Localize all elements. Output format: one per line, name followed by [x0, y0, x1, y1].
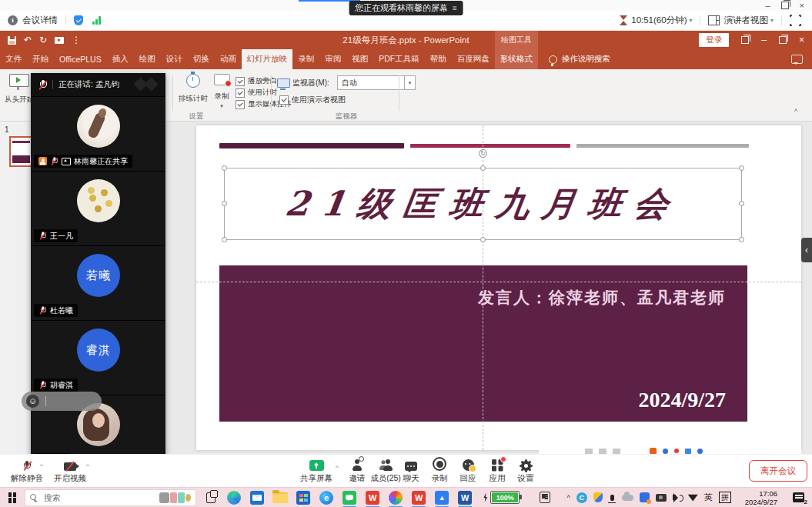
selected-title-textbox[interactable]: 21级匡班九月班会	[224, 168, 742, 240]
info-icon[interactable]: i	[8, 15, 18, 25]
leave-meeting-button[interactable]: 离开会议	[749, 460, 807, 482]
file-explorer-icon[interactable]	[272, 489, 289, 506]
restore-icon[interactable]	[781, 2, 789, 9]
tab-help[interactable]: 帮助	[425, 49, 452, 69]
banner-menu-icon[interactable]: ≡	[453, 4, 457, 12]
ppt-minimize-icon[interactable]: –	[761, 35, 767, 45]
save-icon[interactable]	[8, 36, 16, 45]
doc-tray-icon[interactable]	[640, 492, 650, 502]
status-red-icon[interactable]	[674, 449, 679, 453]
selection-handle[interactable]	[222, 201, 227, 206]
view-mode-label[interactable]: 演讲者视图	[723, 15, 768, 26]
slide-thumbnail[interactable]	[9, 136, 33, 167]
status-blue-icon[interactable]	[697, 449, 703, 454]
participant-tile[interactable]: 林雨馨正在共享	[31, 96, 165, 171]
comments-icon[interactable]	[791, 55, 803, 64]
minimize-icon[interactable]: –	[765, 1, 770, 10]
start-button[interactable]	[8, 492, 16, 503]
widgets-icon[interactable]	[540, 492, 550, 503]
mail-icon[interactable]	[249, 489, 266, 506]
selection-handle[interactable]	[222, 165, 227, 171]
microsoft-store-icon[interactable]	[295, 489, 312, 506]
qq-tray-icon[interactable]: C	[576, 492, 587, 503]
more-icon[interactable]: ⋮	[72, 35, 81, 45]
participant-tile[interactable]: 王一凡	[31, 171, 165, 245]
battery-indicator[interactable]: 100%	[483, 491, 520, 504]
status-icon[interactable]	[613, 449, 620, 454]
slide-bar-dark[interactable]	[219, 143, 404, 148]
selection-handle[interactable]	[739, 237, 744, 242]
selection-handle[interactable]	[480, 237, 486, 242]
tab-animations[interactable]: 动画	[215, 49, 242, 69]
speaker-icon[interactable]	[673, 495, 676, 500]
status-blue-icon[interactable]	[663, 449, 668, 454]
chat-button[interactable]: 聊天	[396, 458, 426, 484]
network-signal-icon[interactable]	[92, 16, 101, 25]
meeting-details-label[interactable]: 会议详情	[22, 15, 58, 26]
undo-icon[interactable]: ↶	[24, 35, 32, 45]
tab-record[interactable]: 录制	[292, 49, 319, 69]
slide-subtitle-box[interactable]: 发言人：徐萍老师、孟凡君老师 2024/9/27	[219, 265, 747, 422]
selection-handle[interactable]	[480, 165, 486, 171]
security-shield-icon[interactable]	[74, 15, 83, 25]
smiley-icon[interactable]: ☺	[26, 395, 39, 408]
tray-expand-icon[interactable]: ^	[567, 494, 570, 502]
notification-center-icon[interactable]: 2	[793, 492, 804, 502]
status-icon[interactable]	[585, 449, 593, 454]
selection-handle[interactable]	[222, 237, 227, 242]
selection-handle[interactable]	[739, 201, 744, 206]
tab-review[interactable]: 审阅	[319, 49, 346, 69]
close-icon[interactable]: ×	[800, 1, 804, 10]
share-screen-button[interactable]: 共享屏幕	[297, 458, 336, 484]
tab-pdf-tools[interactable]: PDF工具箱	[373, 49, 425, 69]
settings-button[interactable]: 设置	[510, 458, 541, 484]
ppt-restore-icon[interactable]	[779, 36, 787, 44]
slide-bar-crimson[interactable]	[410, 144, 570, 148]
meeting-app-icon[interactable]: ▲	[433, 489, 450, 506]
camera-tray-icon[interactable]	[656, 494, 667, 502]
monitor-select[interactable]: 自动 ▾	[337, 75, 416, 90]
tell-me-search[interactable]: 操作说明搜索	[549, 49, 610, 69]
tab-transitions[interactable]: 切换	[188, 49, 215, 69]
wps-writer-icon[interactable]: W	[410, 489, 427, 506]
ppt-close-icon[interactable]: ×	[799, 35, 804, 45]
rehearse-button[interactable]: 排练计时	[175, 74, 211, 104]
reaction-pill[interactable]: ☺	[22, 392, 102, 411]
tab-design[interactable]: 设计	[161, 49, 188, 69]
tab-insert[interactable]: 插入	[107, 49, 134, 69]
tab-home[interactable]: 开始	[27, 49, 54, 69]
wps-icon[interactable]: W	[364, 489, 381, 506]
reactions-button[interactable]: 回应	[453, 458, 483, 484]
status-blue-icon[interactable]	[685, 449, 691, 454]
start-video-button[interactable]: 开启视频	[51, 458, 89, 484]
tab-draw[interactable]: 绘图	[134, 49, 161, 69]
collapsed-pane-chevron[interactable]: ‹	[801, 238, 812, 262]
cloud-tray-icon[interactable]	[622, 495, 633, 501]
tab-shape-format[interactable]: 形状格式	[495, 49, 538, 69]
mic-tray-icon[interactable]	[610, 495, 614, 501]
task-view-icon[interactable]	[206, 492, 216, 503]
search-input[interactable]	[42, 492, 155, 503]
tab-slideshow[interactable]: 幻灯片放映	[242, 49, 293, 69]
timer-caret-icon[interactable]: ▾	[689, 17, 692, 24]
language-indicator[interactable]: 英	[704, 492, 713, 503]
browser-icon[interactable]: e	[318, 489, 335, 506]
slideshow-icon[interactable]	[55, 37, 64, 44]
wechat-icon[interactable]	[341, 489, 358, 506]
ime-indicator[interactable]: 拼	[719, 492, 731, 503]
taskbar-search[interactable]	[25, 489, 196, 506]
participant-tile[interactable]: 睿淇 胡睿淇	[31, 320, 165, 395]
slide-bar-gray[interactable]	[576, 144, 749, 148]
share-caret-icon[interactable]: ^	[336, 464, 339, 471]
word-icon[interactable]: W	[456, 489, 473, 506]
apps-button[interactable]: 应用	[482, 458, 513, 484]
use-presenter-view-checkbox[interactable]: 使用演示者视图	[279, 95, 346, 105]
sign-in-button[interactable]: 登录	[699, 33, 729, 47]
record-button[interactable]: 录制	[424, 458, 455, 484]
tab-officeplus[interactable]: OfficePLUS	[54, 49, 107, 69]
security-tray-icon[interactable]	[593, 492, 603, 502]
mic-caret-icon[interactable]: ^	[40, 462, 43, 469]
rotate-handle[interactable]: ↻	[479, 149, 487, 158]
record-slideshow-button[interactable]: 录制 ▾	[209, 74, 234, 109]
search-highlight-thumbnails[interactable]	[159, 492, 191, 503]
